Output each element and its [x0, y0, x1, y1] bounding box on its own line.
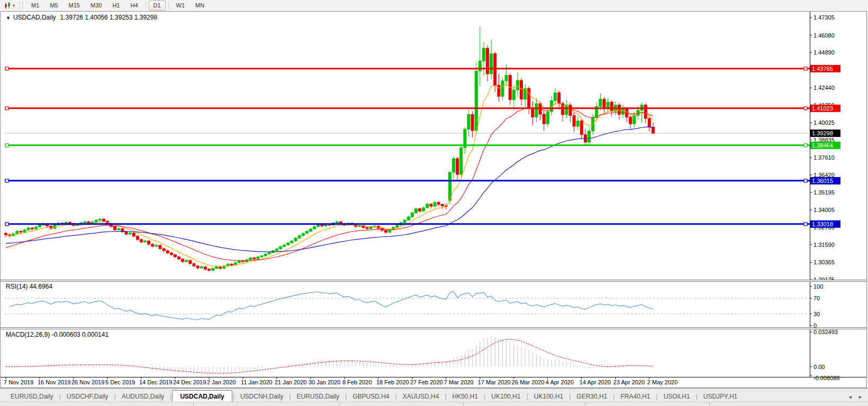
- date-label: 5 Dec 2019: [105, 379, 135, 385]
- status-divider: [463, 403, 464, 406]
- chart-title: ▼USDCAD,Daily1.39726 1.40056 1.39253 1.3…: [6, 14, 157, 21]
- tab-audusd-daily[interactable]: AUDUSD,Daily: [116, 391, 170, 402]
- timeframe-button-M5[interactable]: M5: [45, 1, 62, 11]
- collapse-icon[interactable]: ▼: [6, 15, 11, 21]
- rsi-scale-label: 100: [813, 283, 823, 290]
- status-strip: [0, 402, 868, 406]
- tabs-scroll-left-icon[interactable]: ◄: [848, 394, 855, 400]
- toolbar-grip[interactable]: [19, 2, 23, 10]
- tab-usdcad-daily[interactable]: USDCAD,Daily: [172, 390, 232, 402]
- candlestick-chart-icon[interactable]: [2, 2, 13, 10]
- chart-plot-area[interactable]: [5, 12, 809, 377]
- tab-gbpusd-h4[interactable]: GBPUSD,H4: [347, 391, 394, 402]
- tab-eurusd-daily[interactable]: EURUSD,Daily: [5, 391, 59, 402]
- chart-canvas[interactable]: 1.473051.460801.448901.436651.424401.412…: [1, 12, 866, 387]
- tab-fra40-h1[interactable]: FRA40,H1: [615, 391, 655, 402]
- date-label: 26 Mar 2020: [512, 379, 545, 385]
- rsi-scale-label: 0: [813, 322, 817, 329]
- price-tick-label: 1.42440: [813, 85, 835, 91]
- tab-usdchf-daily[interactable]: USDCHF,Daily: [61, 391, 114, 402]
- date-label: 4 Apr 2020: [546, 379, 574, 385]
- current-price-label: 1.39298: [812, 130, 833, 136]
- tab-usdcnh-daily[interactable]: USDCNH,Daily: [235, 391, 288, 402]
- date-label: 2 Jan 2020: [207, 379, 236, 385]
- date-label: 8 Feb 2020: [342, 379, 372, 385]
- dropdown-caret-icon[interactable]: ▾: [13, 3, 18, 8]
- timeframe-button-D1[interactable]: D1: [149, 1, 166, 11]
- price-tick-label: 1.34005: [813, 207, 835, 213]
- timeframe-button-H1[interactable]: H1: [107, 1, 124, 11]
- timeframe-toolbar: ▾ M1M5M15M30H1H4D1W1MN: [0, 0, 868, 12]
- timeframe-button-MN[interactable]: MN: [191, 1, 209, 11]
- price-tick-label: 1.37610: [813, 154, 835, 161]
- status-divider: [339, 403, 339, 406]
- macd-label: MACD(12,26,9) -0.000603 0.000141: [6, 331, 108, 338]
- date-label: 2 May 2020: [647, 379, 677, 385]
- timeframe-button-M1[interactable]: M1: [26, 1, 44, 11]
- timeframe-button-W1[interactable]: W1: [171, 1, 190, 11]
- price-badge-label: 1.33018: [812, 221, 833, 227]
- price-tick-label: 1.47305: [813, 14, 835, 21]
- date-label: 11 Jan 2020: [241, 379, 273, 385]
- date-label: 21 Jan 2020: [275, 379, 307, 385]
- date-label: 24 Dec 2019: [173, 379, 206, 385]
- date-label: 23 Apr 2020: [613, 379, 645, 385]
- tabs-scroll-right-icon[interactable]: ►: [858, 394, 865, 400]
- tab-uk100-h1[interactable]: UK100,H1: [529, 391, 568, 402]
- price-badge-label: 1.38464: [812, 142, 833, 149]
- macd-scale-label: 0.00: [813, 364, 825, 370]
- date-label: 7 Nov 2019: [4, 379, 33, 385]
- tab-usoil-h1[interactable]: USOil,H1: [658, 391, 695, 402]
- price-tick-label: 1.46080: [813, 32, 835, 39]
- chart-symbol: USDCAD,Daily: [13, 14, 56, 21]
- toolbar-separator: [146, 2, 146, 10]
- status-divider: [709, 403, 710, 406]
- date-label: 16 Nov 2019: [38, 379, 70, 385]
- status-divider: [585, 403, 585, 406]
- date-label: 17 Mar 2020: [478, 379, 511, 385]
- tab-eurusd-daily[interactable]: EURUSD,Daily: [291, 391, 345, 402]
- date-label: 14 Dec 2019: [139, 379, 172, 385]
- tab-xauusd-h4[interactable]: XAUUSD,H4: [397, 391, 445, 402]
- macd-scale-label: -0.008086: [813, 375, 840, 381]
- tab-usdjpy-h1[interactable]: USDJPY,H1: [698, 391, 743, 402]
- tab-ger30-h1[interactable]: GER30,H1: [571, 391, 612, 402]
- date-label: 18 Feb 2020: [376, 379, 409, 385]
- price-badge-label: 1.41023: [812, 105, 833, 112]
- macd-scale-label: 0.032493: [813, 329, 838, 335]
- date-label: 7 Mar 2020: [444, 379, 474, 385]
- status-divider: [193, 403, 194, 406]
- toolbar-separator: [168, 2, 169, 10]
- chart-window: 1.473051.460801.448901.436651.424401.412…: [0, 11, 867, 388]
- chart-tab-bar: EURUSD,Daily|USDCHF,Daily|AUDUSD,Daily|U…: [0, 388, 868, 402]
- rsi-scale-label: 70: [813, 295, 820, 301]
- rsi-label: RSI(14) 44.6964: [6, 283, 52, 290]
- tab-uk100-h1[interactable]: UK100,H1: [486, 391, 526, 402]
- price-badge-label: 1.36015: [812, 178, 833, 184]
- date-label: 27 Feb 2020: [410, 379, 443, 385]
- date-label: 30 Jan 2020: [309, 379, 341, 385]
- timeframe-button-M15[interactable]: M15: [64, 1, 85, 11]
- price-tick-label: 1.44890: [813, 49, 835, 56]
- tab-hk50-h1[interactable]: HK50,H1: [447, 391, 484, 402]
- price-tick-label: 1.40025: [813, 119, 835, 126]
- date-label: 14 Apr 2020: [580, 379, 611, 385]
- mt4-app: ▾ M1M5M15M30H1H4D1W1MN 1.473051.460801.4…: [0, 0, 868, 406]
- timeframe-button-M30[interactable]: M30: [86, 1, 106, 11]
- price-tick-label: 1.30365: [813, 259, 835, 265]
- timeframe-button-H4[interactable]: H4: [125, 1, 142, 11]
- rsi-scale-label: 30: [813, 311, 820, 317]
- chart-ohlc-values: 1.39726 1.40056 1.39253 1.39298: [60, 14, 158, 21]
- price-tick-label: 1.31590: [813, 242, 835, 248]
- price-tick-label: 1.35195: [813, 189, 835, 196]
- date-label: 26 Nov 2019: [71, 379, 104, 385]
- price-badge-label: 1.43765: [812, 66, 833, 72]
